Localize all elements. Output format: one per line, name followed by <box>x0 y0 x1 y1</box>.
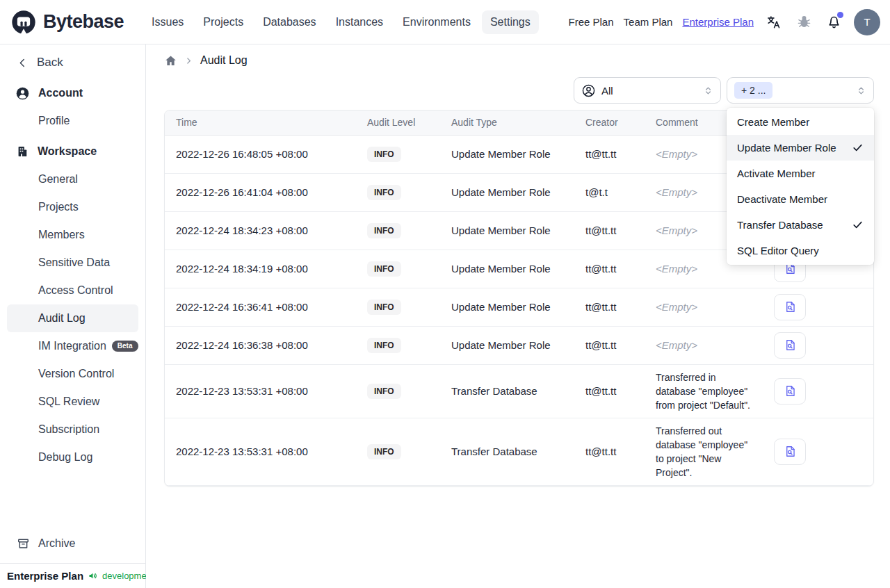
user-avatar[interactable]: T <box>854 9 880 35</box>
sidebar-item[interactable]: Projects <box>7 193 138 221</box>
sidebar-item[interactable]: Debug Log <box>7 443 138 471</box>
nav-link[interactable]: Projects <box>195 10 252 34</box>
chevron-right-icon <box>184 56 193 65</box>
bug-icon[interactable] <box>794 13 814 32</box>
cell-audit-level: INFO <box>356 288 440 326</box>
column-header: Creator <box>574 111 645 135</box>
sidebar-item[interactable]: Audit Log <box>7 304 138 332</box>
audit-type-filter-value: + 2 ... <box>734 82 772 99</box>
sidebar-item-label: Access Control <box>38 284 113 297</box>
table-row[interactable]: 2022-12-23 13:53:31 +08:00 INFO Transfer… <box>165 364 873 418</box>
plan-links: Free Plan Team Plan Enterprise Plan <box>569 16 754 28</box>
column-header: Audit Level <box>356 111 440 135</box>
nav-link[interactable]: Settings <box>482 10 539 34</box>
sidebar-item-label: Profile <box>38 115 70 127</box>
audit-type-menu-item[interactable]: Deactivate Member <box>727 186 874 212</box>
sidebar-item[interactable]: SQL Review <box>7 388 138 416</box>
archive-button[interactable]: Archive <box>0 530 145 557</box>
user-circle-icon <box>15 86 30 101</box>
cell-audit-level: INFO <box>356 418 440 485</box>
plan-footer: Enterprise Plan development <box>0 563 145 588</box>
sidebar-bottom: Archive Enterprise Plan development <box>0 530 145 588</box>
person-circle-icon <box>581 83 596 98</box>
cell-actions <box>763 418 873 485</box>
cell-time: 2022-12-26 16:41:04 +08:00 <box>165 173 356 211</box>
sidebar-item-label: General <box>38 173 78 186</box>
back-button[interactable]: Back <box>0 49 145 76</box>
creator-filter-select[interactable]: All <box>574 77 721 104</box>
chevron-left-icon <box>17 57 29 69</box>
audit-type-menu-item[interactable]: Create Member <box>727 109 874 135</box>
cell-audit-level: INFO <box>356 364 440 418</box>
level-badge: INFO <box>367 147 401 162</box>
cell-audit-type: Update Member Role <box>440 288 574 326</box>
nav-link[interactable]: Databases <box>254 10 325 34</box>
cell-audit-level: INFO <box>356 173 440 211</box>
navbar-right: Free Plan Team Plan Enterprise Plan <box>569 9 880 35</box>
plan-link[interactable]: Enterprise Plan <box>682 16 754 28</box>
audit-type-menu-item[interactable]: Update Member Role <box>727 135 874 161</box>
cell-audit-type: Update Member Role <box>440 250 574 288</box>
select-arrows-icon <box>703 85 713 96</box>
sidebar-item-label: Debug Log <box>38 451 92 464</box>
creator-filter-value: All <box>601 85 613 97</box>
sidebar-item-label: IM Integration <box>38 340 106 352</box>
plan-link[interactable]: Free Plan <box>569 16 614 28</box>
bytebase-logo[interactable]: Bytebase <box>10 8 124 36</box>
sidebar-item[interactable]: Version Control <box>7 360 138 388</box>
cell-time: 2022-12-26 16:48:05 +08:00 <box>165 135 356 173</box>
level-badge: INFO <box>367 300 401 315</box>
view-detail-button[interactable] <box>774 378 806 405</box>
building-icon <box>15 145 29 158</box>
nav-link[interactable]: Issues <box>143 10 192 34</box>
sidebar-item[interactable]: Profile <box>7 107 138 135</box>
table-row[interactable]: 2022-12-24 16:36:38 +08:00 INFO Update M… <box>165 326 873 364</box>
filter-row: All + 2 ... <box>164 77 874 104</box>
audit-type-menu-item[interactable]: Transfer Database <box>727 212 874 238</box>
document-search-icon <box>784 338 797 352</box>
cell-creator: tt@tt.tt <box>574 364 645 418</box>
plan-link[interactable]: Team Plan <box>624 16 673 28</box>
menu-item-label: SQL Editor Query <box>737 245 819 256</box>
app-root: Bytebase Issues Projects Databases Insta… <box>0 0 890 588</box>
cell-audit-type: Update Member Role <box>440 173 574 211</box>
view-detail-button[interactable] <box>774 332 806 359</box>
cell-audit-type: Update Member Role <box>440 135 574 173</box>
sidebar-item-label: Projects <box>38 201 79 213</box>
view-detail-button[interactable] <box>774 439 806 465</box>
archive-icon <box>17 537 30 550</box>
notification-bell-icon[interactable] <box>824 13 843 32</box>
menu-item-label: Update Member Role <box>737 142 836 154</box>
sidebar-item[interactable]: IM Integration Beta <box>7 332 138 360</box>
sidebar-item[interactable]: Subscription <box>7 416 138 443</box>
menu-item-label: Activate Member <box>737 168 816 179</box>
sidebar-section-account: Account <box>0 79 145 107</box>
sidebar-item[interactable]: Members <box>7 221 138 249</box>
sidebar-item-label: Subscription <box>38 423 99 436</box>
sidebar-item[interactable]: Sensitive Data <box>7 249 138 277</box>
notification-dot <box>837 12 843 18</box>
check-icon <box>852 219 864 231</box>
cell-time: 2022-12-24 16:36:41 +08:00 <box>165 288 356 326</box>
account-section-title: Account <box>38 87 83 99</box>
brand-name: Bytebase <box>43 11 124 33</box>
translate-icon[interactable] <box>764 13 784 32</box>
sidebar-item[interactable]: Access Control <box>7 277 138 304</box>
sidebar-item[interactable]: General <box>7 165 138 193</box>
table-row[interactable]: 2022-12-24 16:36:41 +08:00 INFO Update M… <box>165 288 873 326</box>
top-navbar: Bytebase Issues Projects Databases Insta… <box>0 0 890 44</box>
level-badge: INFO <box>367 444 401 459</box>
audit-type-menu-item[interactable]: SQL Editor Query <box>727 238 874 263</box>
audit-type-filter-select[interactable]: + 2 ... <box>727 77 874 104</box>
table-row[interactable]: 2022-12-23 13:53:31 +08:00 INFO Transfer… <box>165 418 873 485</box>
cell-time: 2022-12-24 18:34:19 +08:00 <box>165 250 356 288</box>
cell-comment: Transferred out database "employee" to p… <box>645 418 763 485</box>
home-icon[interactable] <box>164 54 177 67</box>
document-search-icon <box>784 445 797 458</box>
audit-type-menu-item[interactable]: Activate Member <box>727 161 874 186</box>
cell-time: 2022-12-24 18:34:23 +08:00 <box>165 211 356 250</box>
nav-link[interactable]: Instances <box>327 10 391 34</box>
main-nav: Issues Projects Databases Instances Envi… <box>143 10 539 34</box>
view-detail-button[interactable] <box>774 294 806 320</box>
nav-link[interactable]: Environments <box>394 10 479 34</box>
